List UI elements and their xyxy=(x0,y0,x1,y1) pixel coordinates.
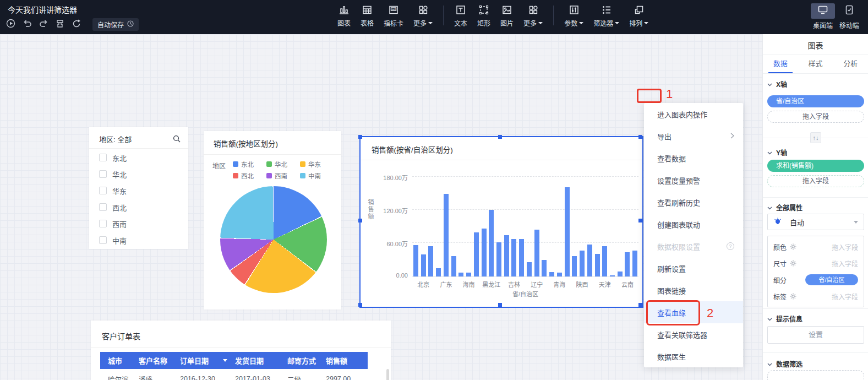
bar-云南[interactable] xyxy=(625,252,630,276)
tool-filter-button[interactable]: 筛选器 xyxy=(593,3,619,28)
bar-陕西[interactable] xyxy=(580,251,585,276)
tool-kpi-card-button[interactable]: 123指标卡 xyxy=(384,3,403,28)
bar-湖南[interactable] xyxy=(504,235,509,276)
checkbox[interactable] xyxy=(99,154,107,161)
menu-item-图表链接[interactable]: 图表链接 xyxy=(644,279,743,301)
menu-item-查看刷新历史[interactable]: 查看刷新历史 xyxy=(644,191,743,213)
filter-option-华东[interactable]: 华东 xyxy=(99,182,127,199)
bar-青海[interactable] xyxy=(557,273,562,276)
tool-more-grid-button[interactable]: 更多 xyxy=(413,3,433,28)
column-header-城市[interactable]: 城市 xyxy=(100,355,131,366)
tool-more-grid-button[interactable]: 更多 xyxy=(523,3,543,28)
bar-贵州[interactable] xyxy=(458,273,463,276)
tooltip-settings-button[interactable]: 设置 xyxy=(767,326,864,344)
filter-option-中南[interactable]: 中南 xyxy=(99,232,127,248)
gear-icon[interactable] xyxy=(790,293,796,300)
checkbox[interactable] xyxy=(99,170,107,178)
prop-drop-placeholder[interactable]: 拖入字段 xyxy=(832,259,858,268)
checkbox[interactable] xyxy=(99,203,107,211)
x-axis-drop-zone[interactable]: 拖入字段 xyxy=(767,111,864,123)
bar-吉林[interactable] xyxy=(511,239,516,276)
column-header-客户名称[interactable]: 客户名称 xyxy=(131,355,172,366)
filter-option-东北[interactable]: 东北 xyxy=(99,149,127,166)
mobile-mode-button[interactable] xyxy=(837,3,861,19)
bar-河北[interactable] xyxy=(474,232,479,276)
tool-table-button[interactable]: 表格 xyxy=(361,3,374,28)
bar-湖北[interactable] xyxy=(496,242,501,276)
undo-button[interactable] xyxy=(22,20,32,30)
filter-option-西南[interactable]: 西南 xyxy=(99,215,127,232)
bar-浙江[interactable] xyxy=(632,251,637,276)
checkbox[interactable] xyxy=(99,187,107,194)
legend-item-华东[interactable]: 华东 xyxy=(300,160,334,169)
desktop-mode-button[interactable] xyxy=(811,3,835,19)
y-axis-drop-zone[interactable]: 拖入字段 xyxy=(767,175,864,187)
bar-内蒙古[interactable] xyxy=(542,260,547,276)
bar-山东[interactable] xyxy=(565,187,570,276)
bar-江西[interactable] xyxy=(527,262,532,276)
menu-item-进入图表内操作[interactable]: 进入图表内操作 xyxy=(644,103,743,125)
all-properties-section-header[interactable]: 全部属性 xyxy=(767,203,803,212)
checkbox[interactable] xyxy=(99,236,107,244)
y-axis-field-pill[interactable]: 求和(销售额) xyxy=(767,160,864,172)
tooltip-section-header[interactable]: 提示信息 xyxy=(767,314,803,323)
order-table-card[interactable]: 客户订单表 城市客户名称订单日期发货日期邮寄方式销售额哈尔滨潘盛2016-12-… xyxy=(91,321,391,380)
bar-四川[interactable] xyxy=(595,254,600,276)
table-row[interactable]: 哈尔滨潘盛2016-12-302017-01-03二级2997.00 xyxy=(100,369,368,380)
gear-icon[interactable] xyxy=(790,243,796,250)
bar-河南[interactable] xyxy=(482,229,487,276)
resize-handle[interactable] xyxy=(498,135,502,139)
resize-handle[interactable] xyxy=(358,219,362,222)
region-filter-card[interactable]: 地区: 全部 东北华北华东西北西南中南 xyxy=(89,127,188,249)
menu-item-查看血缘[interactable]: 查看血缘 xyxy=(644,301,743,323)
resize-handle[interactable] xyxy=(638,303,642,307)
filter-option-华北[interactable]: 华北 xyxy=(99,166,127,182)
legend-item-华北[interactable]: 华北 xyxy=(266,160,300,169)
prop-drop-placeholder[interactable]: 拖入字段 xyxy=(832,292,858,301)
resize-handle[interactable] xyxy=(358,303,362,307)
x-axis-field-pill[interactable]: 省/自治区 xyxy=(767,95,864,107)
resize-handle[interactable] xyxy=(498,303,502,307)
bar-天津[interactable] xyxy=(602,246,607,276)
bar-上海[interactable] xyxy=(587,245,592,276)
bar-新疆[interactable] xyxy=(618,272,623,276)
x-axis-section-header[interactable]: X轴 xyxy=(767,79,787,89)
tool-text-button[interactable]: 文本 xyxy=(454,3,467,28)
bar-广西[interactable] xyxy=(451,256,456,276)
format-brush-button[interactable] xyxy=(55,20,65,30)
prop-field-pill[interactable]: 省/自治区 xyxy=(805,274,858,285)
tool-rectangle-button[interactable]: 矩形 xyxy=(477,3,490,28)
bar-宁夏[interactable] xyxy=(549,272,554,276)
panel-tab-分析[interactable]: 分析 xyxy=(833,55,868,73)
y-axis-section-header[interactable]: Y轴 xyxy=(767,148,787,157)
bar-西藏[interactable] xyxy=(610,275,615,276)
bar-chart-card[interactable]: 销售额(按省/自治区划分) 销售额 180.00万120.00万60.00万0.… xyxy=(361,137,642,307)
column-header-发货日期[interactable]: 发货日期 xyxy=(227,355,280,366)
preview-button[interactable] xyxy=(6,20,15,30)
menu-item-查看关联筛选器[interactable]: 查看关联筛选器 xyxy=(644,323,743,345)
resize-handle[interactable] xyxy=(358,135,362,139)
bar-辽宁[interactable] xyxy=(534,230,539,276)
bar-山西[interactable] xyxy=(572,256,577,276)
bar-江苏[interactable] xyxy=(519,239,524,276)
resize-handle[interactable] xyxy=(638,135,642,139)
bar-海南[interactable] xyxy=(466,273,471,276)
autosave-chip[interactable]: 自动保存 xyxy=(92,18,139,31)
color-mode-dropdown[interactable]: 自动 xyxy=(767,214,864,230)
resize-handle[interactable] xyxy=(638,219,642,222)
legend-item-中南[interactable]: 中南 xyxy=(300,171,334,180)
menu-item-导出[interactable]: 导出 xyxy=(644,125,743,147)
tool-parameter-button[interactable]: 参数 xyxy=(564,3,583,28)
column-header-销售额[interactable]: 销售额 xyxy=(318,355,368,366)
tool-chart-button[interactable]: 图表 xyxy=(337,3,351,28)
legend-item-西南[interactable]: 西南 xyxy=(266,171,300,180)
legend-item-西北[interactable]: 西北 xyxy=(233,171,266,180)
prop-drop-placeholder[interactable]: 拖入字段 xyxy=(832,242,858,252)
bar-黑龙江[interactable] xyxy=(489,210,494,276)
bar-安徽[interactable] xyxy=(413,245,418,276)
filter-option-西北[interactable]: 西北 xyxy=(99,199,127,215)
menu-item-数据医生[interactable]: 数据医生 xyxy=(644,345,743,367)
gear-icon[interactable] xyxy=(790,260,796,267)
pie-chart[interactable] xyxy=(220,186,327,293)
refresh-button[interactable] xyxy=(72,20,81,30)
